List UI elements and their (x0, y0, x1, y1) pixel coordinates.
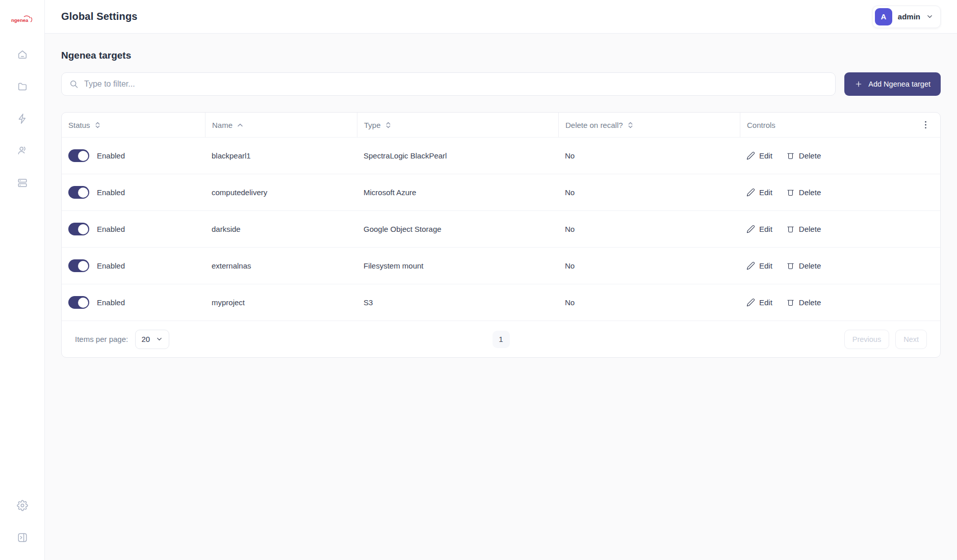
trash-icon (786, 188, 795, 197)
edit-button[interactable]: Edit (746, 151, 772, 160)
delete-label: Delete (799, 151, 821, 160)
delete-on-recall-value: No (558, 188, 740, 197)
edit-label: Edit (759, 261, 772, 270)
status-label: Enabled (97, 188, 125, 197)
search-icon (69, 79, 79, 89)
toggle-knob (78, 188, 88, 198)
edit-button[interactable]: Edit (746, 298, 772, 307)
trash-icon (786, 225, 795, 233)
pencil-icon (746, 261, 755, 270)
collapse-panel-icon[interactable] (17, 532, 28, 543)
table-row: Enabled blackpearl1 SpectraLogic BlackPe… (62, 137, 940, 174)
edit-button[interactable]: Edit (746, 188, 772, 197)
items-per-page-select[interactable]: 20 (135, 330, 169, 349)
status-label: Enabled (97, 261, 125, 270)
status-label: Enabled (97, 151, 125, 160)
column-header-controls: Controls (740, 113, 940, 137)
pencil-icon (746, 225, 755, 233)
target-name: darkside (205, 225, 357, 233)
add-button-label: Add Ngenea target (868, 80, 930, 88)
chevron-down-icon (926, 13, 934, 20)
pencil-icon (746, 298, 755, 307)
status-toggle[interactable] (68, 223, 89, 235)
delete-button[interactable]: Delete (786, 298, 821, 307)
trash-icon (786, 151, 795, 160)
settings-gear-icon[interactable] (17, 500, 28, 511)
user-name: admin (898, 12, 920, 21)
trash-icon (786, 298, 795, 307)
delete-on-recall-value: No (558, 225, 740, 233)
page-title: Global Settings (61, 11, 138, 22)
sort-both-icon (628, 121, 633, 129)
add-ngenea-target-button[interactable]: Add Ngenea target (844, 72, 941, 96)
status-toggle[interactable] (68, 259, 89, 272)
edit-label: Edit (759, 151, 772, 160)
sidebar-nav (17, 49, 28, 189)
folder-icon[interactable] (17, 81, 28, 92)
table-options-kebab-icon[interactable] (920, 117, 931, 133)
servers-icon[interactable] (17, 177, 28, 189)
delete-button[interactable]: Delete (786, 261, 821, 270)
home-icon[interactable] (17, 49, 28, 60)
toolbar: Add Ngenea target (61, 72, 941, 96)
chevron-down-icon (156, 335, 163, 343)
column-header-delete-on-recall[interactable]: Delete on recall? (558, 113, 740, 137)
items-per-page-label: Items per page: (75, 335, 128, 343)
table-row: Enabled myproject S3 No Edit Delete (62, 284, 940, 321)
target-name: myproject (205, 298, 357, 307)
ngenea-logo[interactable]: ngenea (10, 13, 35, 25)
table-row: Enabled externalnas Filesystem mount No … (62, 247, 940, 284)
column-label: Delete on recall? (565, 121, 623, 129)
target-name: blackpearl1 (205, 151, 357, 160)
status-label: Enabled (97, 298, 125, 307)
toggle-knob (78, 298, 88, 308)
column-label: Status (68, 121, 90, 129)
status-label: Enabled (97, 225, 125, 233)
target-type: Microsoft Azure (357, 188, 558, 197)
table-header-row: Status Name Type Delete on recall? Contr… (62, 113, 940, 137)
previous-page-button[interactable]: Previous (844, 330, 889, 349)
sort-both-icon (385, 121, 391, 129)
sidebar: ngenea (0, 0, 45, 560)
main-area: Global Settings A admin Ngenea targets A… (45, 0, 957, 560)
content-area: Ngenea targets Add Ngenea target Status … (45, 34, 957, 560)
lightning-icon[interactable] (17, 113, 28, 124)
users-icon[interactable] (17, 145, 28, 156)
status-toggle[interactable] (68, 186, 89, 199)
delete-on-recall-value: No (558, 261, 740, 270)
pencil-icon (746, 151, 755, 160)
delete-label: Delete (799, 188, 821, 197)
top-bar: Global Settings A admin (45, 0, 957, 34)
page-1-button[interactable]: 1 (493, 331, 510, 348)
table-row: Enabled darkside Google Object Storage N… (62, 210, 940, 247)
delete-label: Delete (799, 298, 821, 307)
column-header-name[interactable]: Name (205, 113, 357, 137)
column-header-status[interactable]: Status (62, 113, 205, 137)
user-menu[interactable]: A admin (872, 6, 941, 28)
target-type: S3 (357, 298, 558, 307)
edit-button[interactable]: Edit (746, 225, 772, 233)
toggle-knob (78, 151, 88, 161)
delete-button[interactable]: Delete (786, 151, 821, 160)
edit-label: Edit (759, 298, 772, 307)
toggle-knob (78, 224, 88, 234)
column-header-type[interactable]: Type (357, 113, 558, 137)
items-per-page-value: 20 (141, 335, 150, 343)
trash-icon (786, 261, 795, 270)
target-name: computedelivery (205, 188, 357, 197)
edit-button[interactable]: Edit (746, 261, 772, 270)
delete-label: Delete (799, 225, 821, 233)
section-title: Ngenea targets (61, 50, 941, 61)
next-page-button[interactable]: Next (895, 330, 927, 349)
edit-label: Edit (759, 225, 772, 233)
pencil-icon (746, 188, 755, 197)
edit-label: Edit (759, 188, 772, 197)
delete-button[interactable]: Delete (786, 225, 821, 233)
filter-input[interactable] (84, 79, 828, 89)
table-footer: Items per page: 20 1 Previous Next (62, 321, 940, 357)
table-row: Enabled computedelivery Microsoft Azure … (62, 174, 940, 210)
delete-button[interactable]: Delete (786, 188, 821, 197)
status-toggle[interactable] (68, 296, 89, 309)
status-toggle[interactable] (68, 149, 89, 162)
filter-search (61, 72, 836, 96)
